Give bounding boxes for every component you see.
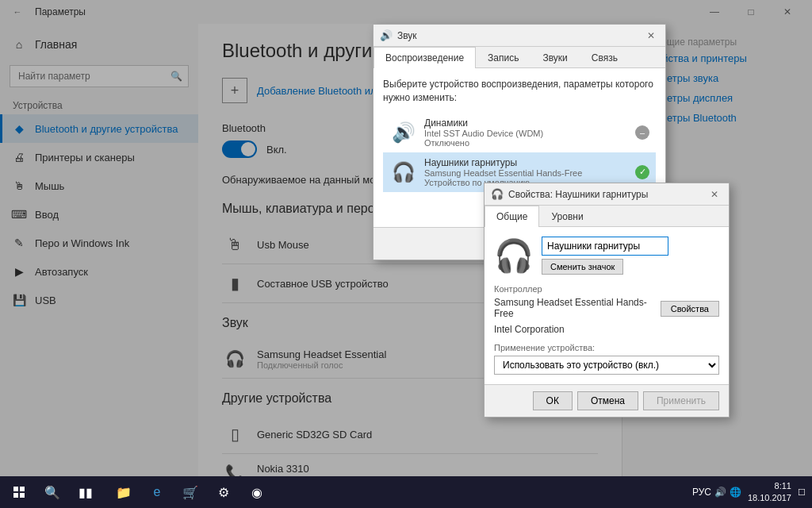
- sound-device-speakers[interactable]: 🔊 Динамики Intel SST Audio Device (WDM) …: [383, 113, 656, 152]
- systray-lang: РУС: [692, 487, 711, 498]
- props-controller-name: Samsung Headset Essential Hands-Free: [494, 297, 661, 319]
- props-name-area: Сменить значок: [542, 237, 668, 275]
- props-close-button[interactable]: ✕: [707, 187, 722, 202]
- props-title-text: Свойства: Наушники гарнитуры: [508, 189, 707, 200]
- taskbar-date: 18.10.2017: [748, 492, 791, 504]
- edge-icon[interactable]: e: [141, 476, 173, 508]
- headset-sound-sub: Samsung Headset Essential Hands-Free: [424, 168, 629, 178]
- props-body: 🎧 Сменить значок Контроллер Samsung Head…: [485, 227, 729, 384]
- props-controller-row: Samsung Headset Essential Hands-Free Сво…: [494, 297, 719, 321]
- systray: РУС 🔊 🌐: [692, 487, 741, 498]
- props-manufacturer: Intel Corporation: [494, 324, 719, 335]
- taskbar-time: 8:11: [748, 480, 791, 492]
- sound-tab-playback[interactable]: Воспроизведение: [373, 47, 476, 68]
- props-tab-levels[interactable]: Уровни: [539, 206, 595, 227]
- sound-dialog-title-text: Звук: [397, 30, 643, 41]
- props-usage-select[interactable]: Использовать это устройство (вкл.): [494, 356, 719, 375]
- headset-sound-icon: 🎧: [389, 158, 418, 187]
- sound-dialog-title-bar: 🔊 Звук ✕: [373, 25, 665, 47]
- speakers-status-icon: –: [635, 125, 649, 140]
- taskbar-right: РУС 🔊 🌐 8:11 18.10.2017 ☐: [686, 480, 812, 505]
- sound-tab-sounds[interactable]: Звуки: [530, 47, 579, 68]
- props-tabs: Общие Уровни: [485, 206, 729, 227]
- props-controller-label: Контроллер: [494, 284, 719, 294]
- props-change-icon-button[interactable]: Сменить значок: [542, 259, 623, 275]
- speakers-icon: 🔊: [389, 118, 418, 147]
- sound-dialog-icon: 🔊: [380, 29, 393, 41]
- settings-taskbar-icon[interactable]: ⚙: [208, 476, 239, 508]
- headset-sound-name: Наушники гарнитуры: [424, 157, 629, 168]
- props-title-bar: 🎧 Свойства: Наушники гарнитуры ✕: [485, 183, 729, 206]
- taskbar-clock: 8:11 18.10.2017: [748, 480, 791, 505]
- svg-rect-2: [13, 493, 18, 498]
- taskbar: 🔍 ▮▮ 📁 e 🛒 ⚙ ◉ РУС 🔊 🌐 8:11 18.10.2017 ☐: [0, 476, 812, 508]
- speakers-info: Динамики Intel SST Audio Device (WDM) От…: [424, 117, 629, 148]
- sound-tab-comm[interactable]: Связь: [580, 47, 630, 68]
- explorer-icon[interactable]: 📁: [108, 476, 140, 508]
- props-cancel-button[interactable]: Отмена: [577, 391, 638, 410]
- sound-dialog-tabs: Воспроизведение Запись Звуки Связь: [373, 47, 665, 68]
- speakers-status: Отключено: [424, 138, 629, 148]
- props-name-input[interactable]: [542, 237, 668, 256]
- sound-dialog-desc: Выберите устройство воспроизведения, пар…: [383, 78, 656, 105]
- taskbar-left: 🔍 ▮▮: [0, 476, 105, 508]
- store-icon[interactable]: 🛒: [174, 476, 206, 508]
- sound-tab-record[interactable]: Запись: [476, 47, 530, 68]
- props-title-icon: 🎧: [491, 188, 504, 200]
- search-taskbar-button[interactable]: 🔍: [36, 476, 68, 508]
- taskbar-pinned-icons: 📁 e 🛒 ⚙ ◉: [105, 476, 276, 508]
- props-header: 🎧 Сменить значок: [494, 237, 719, 275]
- props-footer: ОК Отмена Применить: [485, 384, 729, 417]
- speakers-sub: Intel SST Audio Device (WDM): [424, 129, 629, 138]
- props-usage-label: Применение устройства:: [494, 343, 719, 352]
- props-tab-general[interactable]: Общие: [485, 206, 539, 227]
- props-device-icon: 🎧: [494, 237, 534, 275]
- action-center-icon[interactable]: ☐: [798, 487, 806, 498]
- svg-rect-3: [20, 493, 25, 498]
- windows-defender-icon[interactable]: ◉: [241, 476, 273, 508]
- props-dialog: 🎧 Свойства: Наушники гарнитуры ✕ Общие У…: [484, 183, 730, 418]
- sound-dialog-close[interactable]: ✕: [643, 28, 659, 44]
- start-button[interactable]: [3, 476, 35, 508]
- props-ok-button[interactable]: ОК: [533, 391, 573, 410]
- systray-volume-icon: 🔊: [714, 487, 726, 498]
- svg-rect-1: [20, 487, 25, 491]
- systray-network-icon: 🌐: [730, 487, 741, 498]
- props-apply-button[interactable]: Применить: [643, 391, 719, 410]
- svg-rect-0: [13, 487, 18, 491]
- headset-status-icon: ✓: [635, 165, 649, 179]
- task-view-button[interactable]: ▮▮: [70, 476, 102, 508]
- props-controller-button[interactable]: Свойства: [661, 301, 719, 317]
- speakers-name: Динамики: [424, 117, 629, 129]
